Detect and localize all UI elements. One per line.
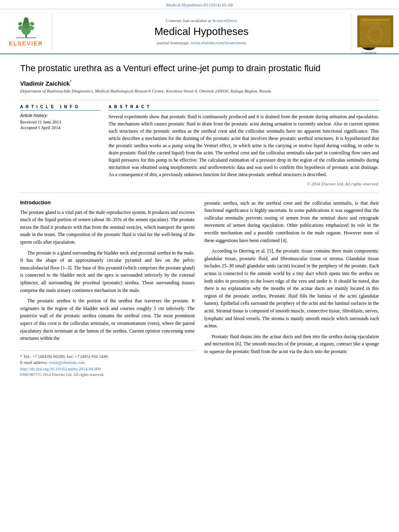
journal-header: ELSEVIER Contents lists available at Sci…	[0, 9, 399, 54]
journal-cover-area	[351, 13, 399, 49]
svg-rect-13	[362, 24, 386, 24]
intro-left-col: Introduction The prostate gland is a vit…	[20, 199, 195, 377]
article-title: The prostatic urethra as a Venturi effec…	[20, 62, 379, 74]
footnote-email: E-mail address: vezai@obninsk.com	[20, 360, 195, 365]
abstract-text: Several experiments show that prostatic …	[109, 113, 379, 178]
contents-available-text: Contents lists available at ScienceDirec…	[166, 18, 237, 23]
doi-link[interactable]: http://dx.doi.org/10.1016/j.mehy.2014.04…	[20, 366, 101, 371]
main-divider	[20, 193, 379, 193]
article-content: ✓ CrossMark The prostatic urethra as a V…	[0, 54, 399, 385]
author-name: Vladimir Zaichick*	[20, 79, 379, 87]
svg-rect-10	[360, 18, 391, 45]
crossmark-label: CrossMark	[359, 51, 379, 55]
intro-right-para-1: prostatic urethra, such as the urethral …	[204, 199, 379, 244]
footnotes: * Tel.: +7 (48439) 60289; fax: +7 (495) …	[20, 350, 195, 377]
abstract-col: A B S T R A C T Several experiments show…	[109, 104, 379, 186]
journal-citation: Medical Hypotheses 83 (2014) 65–68	[166, 2, 233, 7]
journal-header-center: Contents lists available at ScienceDirec…	[52, 13, 351, 49]
author-affiliation: Department of Radionuclide Diagnostics, …	[20, 88, 379, 93]
introduction-heading: Introduction	[20, 199, 195, 205]
issn-line: 0306-9877/© 2014 Elsevier Ltd. All right…	[20, 372, 195, 377]
journal-homepage: journal homepage: www.elsevier.com/locat…	[157, 40, 247, 45]
intro-section: Introduction The prostate gland is a vit…	[20, 199, 379, 377]
journal-title: Medical Hypotheses	[154, 25, 249, 38]
intro-body-left: The prostate gland is a vital part of th…	[20, 209, 195, 342]
elsevier-logo-area: ELSEVIER	[0, 13, 52, 49]
svg-rect-8	[16, 37, 36, 38]
intro-para-3: The prostatic urethra is the portion of …	[20, 297, 195, 342]
intro-right-para-2: According to Deering et al. [5], the pro…	[204, 247, 379, 330]
received-date: Received 11 June 2013	[20, 119, 101, 124]
svg-rect-14	[362, 25, 380, 26]
svg-point-6	[18, 21, 23, 25]
cover-svg	[358, 16, 393, 47]
elsevier-logo: ELSEVIER	[9, 16, 43, 47]
copyright-line: © 2014 Elsevier Ltd. All rights reserved…	[109, 181, 379, 186]
article-info-abstract-section: A R T I C L E I N F O Article history: R…	[20, 104, 379, 186]
accepted-date: Accepted 1 April 2014	[20, 125, 101, 130]
author-asterisk: *	[70, 79, 71, 84]
journal-homepage-link[interactable]: www.elsevier.com/locate/mehy	[191, 40, 246, 45]
intro-body-right: prostatic urethra, such as the urethral …	[204, 199, 379, 355]
divider-1	[20, 100, 379, 100]
svg-rect-12	[362, 22, 382, 23]
svg-rect-11	[362, 20, 389, 21]
article-info-col: A R T I C L E I N F O Article history: R…	[20, 104, 101, 186]
sciencedirect-link[interactable]: ScienceDirect	[212, 18, 237, 23]
intro-right-para-3: Prostatic fluid drains into the acinar d…	[204, 333, 379, 355]
journal-top-bar: Medical Hypotheses 83 (2014) 65–68	[0, 0, 399, 9]
journal-cover-image	[357, 15, 393, 47]
elsevier-tree-icon	[12, 16, 40, 39]
article-history-label: Article history:	[20, 113, 101, 118]
article-info-heading: A R T I C L E I N F O	[20, 104, 101, 111]
intro-para-1: The prostate gland is a vital part of th…	[20, 209, 195, 246]
intro-para-2: The prostate is a gland surrounding the …	[20, 249, 195, 294]
intro-right-col: prostatic urethra, such as the urethral …	[204, 199, 379, 377]
footnote-tel: * Tel.: +7 (48439) 60289; fax: +7 (495) …	[20, 354, 195, 359]
abstract-heading: A B S T R A C T	[109, 104, 379, 111]
elsevier-wordmark: ELSEVIER	[9, 40, 43, 47]
email-link[interactable]: vezai@obninsk.com	[49, 360, 85, 365]
svg-point-7	[30, 21, 35, 25]
svg-point-3	[24, 17, 29, 24]
